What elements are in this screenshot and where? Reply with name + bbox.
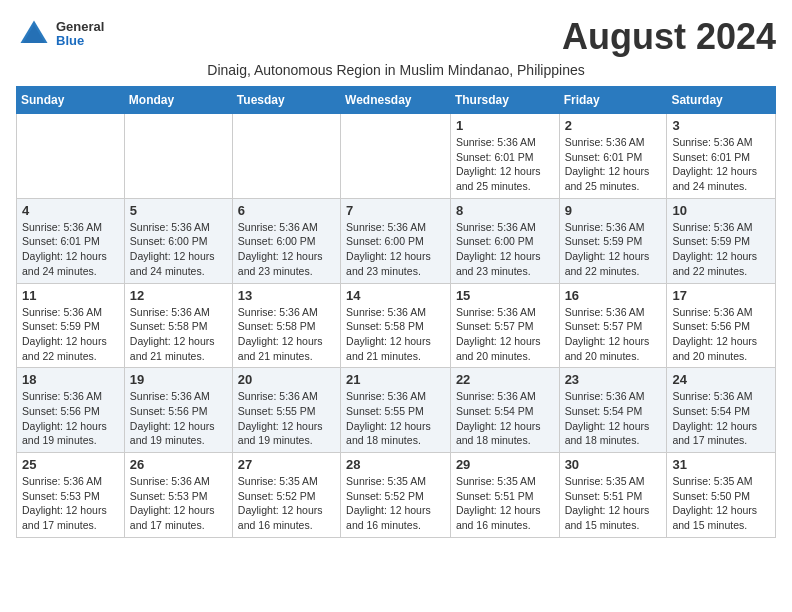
- calendar-table: SundayMondayTuesdayWednesdayThursdayFrid…: [16, 86, 776, 538]
- calendar-week-row: 25Sunrise: 5:36 AM Sunset: 5:53 PM Dayli…: [17, 453, 776, 538]
- day-info: Sunrise: 5:35 AM Sunset: 5:50 PM Dayligh…: [672, 474, 770, 533]
- logo-general: General: [56, 20, 104, 34]
- weekday-header: Saturday: [667, 87, 776, 114]
- calendar-week-row: 4Sunrise: 5:36 AM Sunset: 6:01 PM Daylig…: [17, 198, 776, 283]
- day-number: 14: [346, 288, 445, 303]
- weekday-header-row: SundayMondayTuesdayWednesdayThursdayFrid…: [17, 87, 776, 114]
- day-info: Sunrise: 5:36 AM Sunset: 5:59 PM Dayligh…: [565, 220, 662, 279]
- calendar-cell: 19Sunrise: 5:36 AM Sunset: 5:56 PM Dayli…: [124, 368, 232, 453]
- calendar-cell: 28Sunrise: 5:35 AM Sunset: 5:52 PM Dayli…: [341, 453, 451, 538]
- day-info: Sunrise: 5:36 AM Sunset: 5:56 PM Dayligh…: [672, 305, 770, 364]
- calendar-cell: 30Sunrise: 5:35 AM Sunset: 5:51 PM Dayli…: [559, 453, 667, 538]
- day-number: 4: [22, 203, 119, 218]
- calendar-week-row: 18Sunrise: 5:36 AM Sunset: 5:56 PM Dayli…: [17, 368, 776, 453]
- day-number: 24: [672, 372, 770, 387]
- day-info: Sunrise: 5:35 AM Sunset: 5:51 PM Dayligh…: [565, 474, 662, 533]
- day-number: 29: [456, 457, 554, 472]
- calendar-cell: 17Sunrise: 5:36 AM Sunset: 5:56 PM Dayli…: [667, 283, 776, 368]
- day-number: 5: [130, 203, 227, 218]
- day-info: Sunrise: 5:36 AM Sunset: 5:58 PM Dayligh…: [238, 305, 335, 364]
- day-number: 2: [565, 118, 662, 133]
- calendar-cell: 15Sunrise: 5:36 AM Sunset: 5:57 PM Dayli…: [450, 283, 559, 368]
- month-title: August 2024: [562, 16, 776, 58]
- day-number: 21: [346, 372, 445, 387]
- calendar-cell: 13Sunrise: 5:36 AM Sunset: 5:58 PM Dayli…: [232, 283, 340, 368]
- weekday-header: Tuesday: [232, 87, 340, 114]
- day-number: 31: [672, 457, 770, 472]
- calendar-cell: 10Sunrise: 5:36 AM Sunset: 5:59 PM Dayli…: [667, 198, 776, 283]
- day-info: Sunrise: 5:36 AM Sunset: 5:58 PM Dayligh…: [130, 305, 227, 364]
- weekday-header: Thursday: [450, 87, 559, 114]
- calendar-cell: [341, 114, 451, 199]
- calendar-cell: 25Sunrise: 5:36 AM Sunset: 5:53 PM Dayli…: [17, 453, 125, 538]
- day-number: 22: [456, 372, 554, 387]
- day-number: 25: [22, 457, 119, 472]
- day-number: 1: [456, 118, 554, 133]
- day-number: 23: [565, 372, 662, 387]
- day-number: 6: [238, 203, 335, 218]
- calendar-cell: 2Sunrise: 5:36 AM Sunset: 6:01 PM Daylig…: [559, 114, 667, 199]
- day-info: Sunrise: 5:36 AM Sunset: 5:55 PM Dayligh…: [346, 389, 445, 448]
- subtitle: Dinaig, Autonomous Region in Muslim Mind…: [16, 62, 776, 78]
- day-number: 26: [130, 457, 227, 472]
- calendar-cell: 8Sunrise: 5:36 AM Sunset: 6:00 PM Daylig…: [450, 198, 559, 283]
- day-number: 3: [672, 118, 770, 133]
- day-number: 9: [565, 203, 662, 218]
- page-header: General Blue August 2024: [16, 16, 776, 58]
- day-number: 16: [565, 288, 662, 303]
- weekday-header: Wednesday: [341, 87, 451, 114]
- day-number: 18: [22, 372, 119, 387]
- day-info: Sunrise: 5:36 AM Sunset: 5:59 PM Dayligh…: [22, 305, 119, 364]
- day-info: Sunrise: 5:36 AM Sunset: 5:56 PM Dayligh…: [130, 389, 227, 448]
- calendar-cell: 24Sunrise: 5:36 AM Sunset: 5:54 PM Dayli…: [667, 368, 776, 453]
- logo-blue: Blue: [56, 34, 104, 48]
- day-info: Sunrise: 5:36 AM Sunset: 5:54 PM Dayligh…: [456, 389, 554, 448]
- logo-text: General Blue: [56, 20, 104, 49]
- day-info: Sunrise: 5:36 AM Sunset: 5:59 PM Dayligh…: [672, 220, 770, 279]
- calendar-cell: 1Sunrise: 5:36 AM Sunset: 6:01 PM Daylig…: [450, 114, 559, 199]
- day-info: Sunrise: 5:36 AM Sunset: 5:53 PM Dayligh…: [22, 474, 119, 533]
- day-info: Sunrise: 5:36 AM Sunset: 6:01 PM Dayligh…: [672, 135, 770, 194]
- day-info: Sunrise: 5:36 AM Sunset: 5:55 PM Dayligh…: [238, 389, 335, 448]
- day-info: Sunrise: 5:35 AM Sunset: 5:52 PM Dayligh…: [238, 474, 335, 533]
- day-number: 30: [565, 457, 662, 472]
- day-number: 28: [346, 457, 445, 472]
- calendar-cell: 5Sunrise: 5:36 AM Sunset: 6:00 PM Daylig…: [124, 198, 232, 283]
- calendar-cell: 20Sunrise: 5:36 AM Sunset: 5:55 PM Dayli…: [232, 368, 340, 453]
- calendar-cell: 23Sunrise: 5:36 AM Sunset: 5:54 PM Dayli…: [559, 368, 667, 453]
- calendar-cell: 14Sunrise: 5:36 AM Sunset: 5:58 PM Dayli…: [341, 283, 451, 368]
- calendar-cell: 12Sunrise: 5:36 AM Sunset: 5:58 PM Dayli…: [124, 283, 232, 368]
- day-number: 27: [238, 457, 335, 472]
- day-info: Sunrise: 5:35 AM Sunset: 5:52 PM Dayligh…: [346, 474, 445, 533]
- day-info: Sunrise: 5:36 AM Sunset: 6:01 PM Dayligh…: [456, 135, 554, 194]
- logo: General Blue: [16, 16, 104, 52]
- day-number: 17: [672, 288, 770, 303]
- weekday-header: Monday: [124, 87, 232, 114]
- calendar-cell: 4Sunrise: 5:36 AM Sunset: 6:01 PM Daylig…: [17, 198, 125, 283]
- day-info: Sunrise: 5:36 AM Sunset: 5:56 PM Dayligh…: [22, 389, 119, 448]
- day-number: 10: [672, 203, 770, 218]
- calendar-cell: 26Sunrise: 5:36 AM Sunset: 5:53 PM Dayli…: [124, 453, 232, 538]
- day-info: Sunrise: 5:36 AM Sunset: 5:54 PM Dayligh…: [565, 389, 662, 448]
- day-info: Sunrise: 5:36 AM Sunset: 6:01 PM Dayligh…: [565, 135, 662, 194]
- weekday-header: Sunday: [17, 87, 125, 114]
- day-info: Sunrise: 5:36 AM Sunset: 5:54 PM Dayligh…: [672, 389, 770, 448]
- day-info: Sunrise: 5:36 AM Sunset: 6:00 PM Dayligh…: [346, 220, 445, 279]
- day-info: Sunrise: 5:36 AM Sunset: 6:00 PM Dayligh…: [456, 220, 554, 279]
- calendar-cell: 7Sunrise: 5:36 AM Sunset: 6:00 PM Daylig…: [341, 198, 451, 283]
- logo-icon: [16, 16, 52, 52]
- calendar-cell: [232, 114, 340, 199]
- calendar-week-row: 11Sunrise: 5:36 AM Sunset: 5:59 PM Dayli…: [17, 283, 776, 368]
- calendar-cell: 21Sunrise: 5:36 AM Sunset: 5:55 PM Dayli…: [341, 368, 451, 453]
- day-info: Sunrise: 5:35 AM Sunset: 5:51 PM Dayligh…: [456, 474, 554, 533]
- calendar-cell: 29Sunrise: 5:35 AM Sunset: 5:51 PM Dayli…: [450, 453, 559, 538]
- day-number: 15: [456, 288, 554, 303]
- calendar-cell: 3Sunrise: 5:36 AM Sunset: 6:01 PM Daylig…: [667, 114, 776, 199]
- calendar-cell: 11Sunrise: 5:36 AM Sunset: 5:59 PM Dayli…: [17, 283, 125, 368]
- calendar-cell: 9Sunrise: 5:36 AM Sunset: 5:59 PM Daylig…: [559, 198, 667, 283]
- calendar-cell: 27Sunrise: 5:35 AM Sunset: 5:52 PM Dayli…: [232, 453, 340, 538]
- calendar-cell: 18Sunrise: 5:36 AM Sunset: 5:56 PM Dayli…: [17, 368, 125, 453]
- day-number: 19: [130, 372, 227, 387]
- day-info: Sunrise: 5:36 AM Sunset: 5:57 PM Dayligh…: [456, 305, 554, 364]
- day-number: 20: [238, 372, 335, 387]
